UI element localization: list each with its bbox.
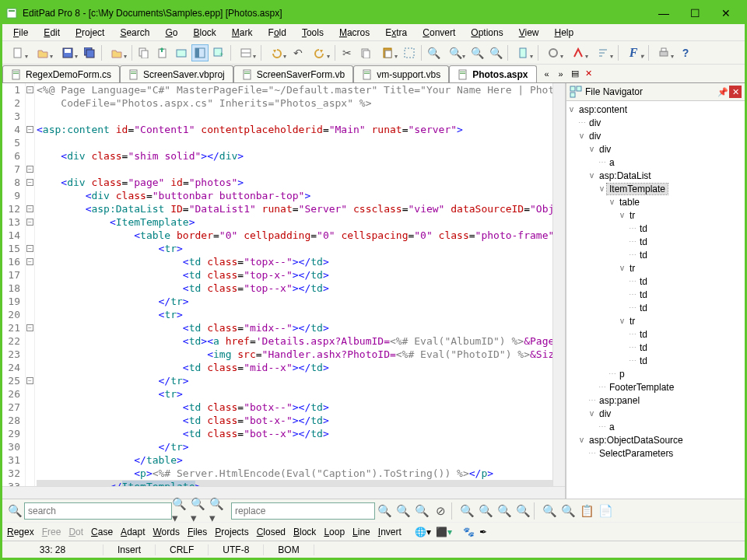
add-panel-button[interactable]: + xyxy=(210,44,227,61)
tree-node[interactable]: ⋯td xyxy=(566,301,745,314)
search-all-button[interactable]: 🔍▾ xyxy=(209,502,228,520)
horizontal-scrollbar[interactable] xyxy=(2,486,565,499)
tree-node[interactable]: vasp:content xyxy=(566,103,745,116)
opt-icon2[interactable]: ⬛▾ xyxy=(436,527,452,537)
tree-node[interactable]: vItemTemplate xyxy=(566,182,745,195)
navigator-close-button[interactable]: ✕ xyxy=(729,86,742,98)
find-next-button[interactable]: 🔍 xyxy=(444,44,467,61)
opt-words[interactable]: Words xyxy=(153,527,179,537)
opt-icon[interactable]: 🌐▾ xyxy=(415,527,431,537)
move-button[interactable] xyxy=(154,44,171,61)
tab-prev-button[interactable]: « xyxy=(540,67,554,81)
opt-case[interactable]: Case xyxy=(91,527,113,537)
tree-node[interactable]: ⋯a xyxy=(566,156,745,169)
hist-num-button[interactable]: 🔍 xyxy=(559,502,577,520)
open-file-button[interactable] xyxy=(31,44,54,61)
menu-convert[interactable]: Convert xyxy=(416,26,461,40)
find-button[interactable]: 🔍 xyxy=(425,44,442,61)
paste-button[interactable] xyxy=(376,44,399,61)
zoom-in-button[interactable]: 🔍 xyxy=(476,502,495,520)
tree-node[interactable]: vtr xyxy=(566,208,745,222)
view-mode-button[interactable] xyxy=(234,44,258,61)
menu-extra[interactable]: Extra xyxy=(379,26,413,40)
tab-ScreenSaverForm.vb[interactable]: ScreenSaverForm.vb xyxy=(233,65,353,83)
tree-node[interactable]: ⋯div xyxy=(566,116,745,129)
opt-projects[interactable]: Projects xyxy=(215,527,248,537)
copy-button[interactable] xyxy=(135,44,153,61)
replace-proj-button[interactable]: 🔍 xyxy=(412,502,431,520)
panel-toggle-button[interactable] xyxy=(191,44,209,61)
opt-files[interactable]: Files xyxy=(188,527,207,537)
hist-prev-button[interactable]: 🔍 xyxy=(540,502,559,520)
zoom-fit-button[interactable]: 🔍 xyxy=(458,502,476,520)
bookmark-button[interactable] xyxy=(511,44,535,61)
opt-block[interactable]: Block xyxy=(293,527,316,537)
undo-step-button[interactable]: ↶ xyxy=(289,44,307,61)
opt-invert[interactable]: Invert xyxy=(378,527,402,537)
tree-node[interactable]: ⋯td xyxy=(566,327,745,341)
menu-block[interactable]: Block xyxy=(188,26,223,40)
tree-node[interactable]: vdiv xyxy=(566,407,745,420)
replace-button[interactable]: 🔍 xyxy=(375,502,394,520)
tree-node[interactable]: vasp:DataList xyxy=(566,169,745,182)
vertical-scrollbar[interactable] xyxy=(552,83,565,486)
save-button[interactable] xyxy=(56,44,79,61)
fold-gutter[interactable]: −−−−−−−−−− xyxy=(26,83,35,486)
code-area[interactable]: <%@ Page Language="C#" MasterPageFile="~… xyxy=(35,83,552,486)
navigator-pin-button[interactable]: 📌 xyxy=(717,86,729,98)
opt-adapt[interactable]: Adapt xyxy=(121,527,145,537)
tree-node[interactable]: ⋯p xyxy=(566,367,745,380)
tree-node[interactable]: ⋯td xyxy=(566,222,745,235)
search-icon[interactable]: 🔍 xyxy=(5,502,24,520)
save-all-button[interactable] xyxy=(81,44,98,61)
replace-stop-button[interactable]: ⊘ xyxy=(431,502,450,520)
menu-mark[interactable]: Mark xyxy=(226,26,259,40)
select-all-button[interactable] xyxy=(401,44,418,61)
tree-node[interactable]: ⋯td xyxy=(566,275,745,288)
explorer-button[interactable] xyxy=(173,44,190,61)
tree-node[interactable]: vdiv xyxy=(566,142,745,156)
tree-node[interactable]: ⋯td xyxy=(566,248,745,261)
opt-line[interactable]: Line xyxy=(352,527,370,537)
cut-button[interactable]: ✂ xyxy=(338,44,356,61)
tab-ScreenSaver.vbproj[interactable]: ScreenSaver.vbproj xyxy=(120,65,233,83)
opt-paw[interactable]: 🐾 xyxy=(463,527,475,537)
maximize-button[interactable]: ☐ xyxy=(679,4,710,23)
menu-help[interactable]: Help xyxy=(549,26,580,40)
menu-macros[interactable]: Macros xyxy=(333,26,376,40)
navigator-tree[interactable]: vasp:content⋯divvdivvdiv⋯avasp:DataListv… xyxy=(566,101,745,499)
tools-button[interactable] xyxy=(542,44,565,61)
find-all-button[interactable]: 🔍 xyxy=(487,44,504,61)
redo-button[interactable] xyxy=(308,44,331,61)
copy-clip-button[interactable] xyxy=(357,44,374,61)
opt-closed[interactable]: Closed xyxy=(257,527,286,537)
tree-node[interactable]: ⋯td xyxy=(566,341,745,354)
menu-search[interactable]: Search xyxy=(114,26,156,40)
copy-result-button[interactable]: 📄 xyxy=(596,502,615,520)
tree-node[interactable]: ⋯FooterTemplate xyxy=(566,380,745,394)
tab-Photos.aspx[interactable]: Photos.aspx xyxy=(449,65,536,83)
tab-close-button[interactable]: ✕ xyxy=(582,67,596,81)
menu-project[interactable]: Project xyxy=(69,26,110,40)
tree-node[interactable]: ⋯td xyxy=(566,288,745,301)
tree-node[interactable]: ⋯td xyxy=(566,354,745,367)
open-project-button[interactable] xyxy=(105,44,128,61)
print-button[interactable] xyxy=(652,44,675,61)
search-prev-button[interactable]: 🔍▾ xyxy=(191,502,209,520)
tree-node[interactable]: ⋯a xyxy=(566,420,745,433)
opt-regex[interactable]: Regex xyxy=(7,527,34,537)
sort-button[interactable] xyxy=(591,44,615,61)
tree-node[interactable]: ⋯asp:panel xyxy=(566,394,745,407)
tree-node[interactable]: vasp:ObjectDataSource xyxy=(566,433,745,446)
search-input[interactable] xyxy=(24,502,172,520)
minimize-button[interactable]: — xyxy=(648,4,679,23)
new-file-button[interactable] xyxy=(6,44,30,61)
zoom-out-button[interactable]: 🔍 xyxy=(495,502,514,520)
macro-button[interactable] xyxy=(566,44,590,61)
menu-fold[interactable]: Fold xyxy=(262,26,293,40)
tree-node[interactable]: ⋯td xyxy=(566,235,745,248)
tree-node[interactable]: ⋯SelectParameters xyxy=(566,446,745,460)
help-button[interactable]: ? xyxy=(677,44,694,61)
menu-options[interactable]: Options xyxy=(465,26,509,40)
opt-dot[interactable]: Dot xyxy=(68,527,83,537)
